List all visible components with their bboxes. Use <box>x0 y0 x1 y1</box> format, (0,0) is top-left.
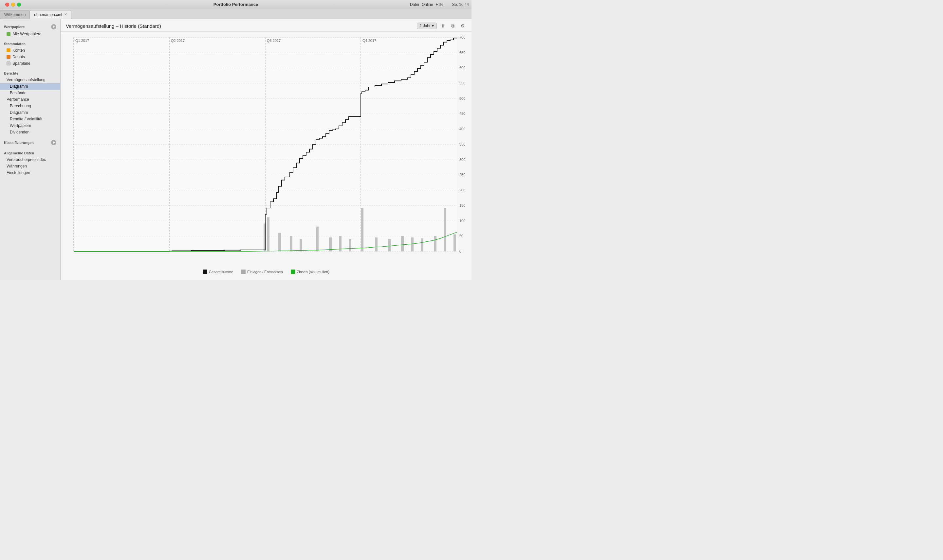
konten-icon <box>6 48 11 52</box>
svg-text:500: 500 <box>459 97 465 100</box>
chart-legend: Gesamtsumme Einlagen / Entnahmen Zinsen … <box>60 267 471 277</box>
svg-text:550: 550 <box>459 81 465 85</box>
chart-controls: 1 Jahr ▾ ⬆ ⧉ ⚙ <box>417 22 466 29</box>
tab-welcome[interactable]: Willkommen <box>0 10 30 18</box>
legend-zinsen-label: Zinsen (akkumuliert) <box>297 270 330 274</box>
svg-text:350: 350 <box>459 143 465 146</box>
svg-rect-55 <box>444 208 446 252</box>
sidebar-item-berechnung[interactable]: Berechnung <box>0 103 60 109</box>
tabbar: Willkommen ohnenamen.xml ✕ <box>0 9 471 19</box>
svg-text:650: 650 <box>459 51 465 55</box>
add-klassifizierungen-button[interactable]: + <box>51 140 56 145</box>
svg-rect-43 <box>299 239 302 252</box>
sidebar-item-bestande[interactable]: Bestände <box>0 90 60 96</box>
svg-rect-49 <box>375 237 378 252</box>
alle-wertpapiere-label: Alle Wertpapiere <box>12 32 42 36</box>
svg-rect-59 <box>291 269 295 274</box>
sidebar-item-wertpapiere-perf[interactable]: Wertpapiere <box>0 122 60 129</box>
svg-rect-41 <box>278 233 281 252</box>
sidebar-item-einstellungen[interactable]: Einstellungen <box>0 169 60 176</box>
einstellungen-label: Einstellungen <box>6 171 30 175</box>
sidebar-item-diagramm[interactable]: Diagramm <box>0 83 60 90</box>
minimize-button[interactable] <box>11 3 15 6</box>
zinsen-swatch <box>291 269 295 274</box>
section-label-allgemeine-daten: Allgemeine Daten <box>4 151 34 155</box>
legend-einlagen: Einlagen / Entnahmen <box>241 269 282 274</box>
period-label: 1 Jahr <box>420 23 431 28</box>
menu-hilfe[interactable]: Hilfe <box>436 2 444 7</box>
app-title: Portfolio Performance <box>213 2 258 7</box>
sidebar-item-alle-wertpapiere[interactable]: Alle Wertpapiere <box>0 31 60 37</box>
perf-diagramm-label: Diagramm <box>10 110 28 115</box>
sidebar-item-vermogensaufstellung[interactable]: Vermögensaufstellung <box>0 77 60 83</box>
svg-text:400: 400 <box>459 127 465 131</box>
section-wertpapiere: Wertpapiere + <box>0 22 60 31</box>
gesamtsumme-swatch <box>203 269 207 274</box>
sidebar-item-rendite[interactable]: Rendite / Volatilität <box>0 116 60 122</box>
sparplane-label: Sparpläne <box>12 61 31 66</box>
section-allgemeine-daten: Allgemeine Daten <box>0 149 60 156</box>
depots-label: Depots <box>12 55 25 59</box>
sidebar-item-perf-diagramm[interactable]: Diagramm <box>0 109 60 116</box>
period-selector[interactable]: 1 Jahr ▾ <box>417 23 437 29</box>
alle-wertpapiere-icon <box>6 32 11 36</box>
verbraucherpreisindex-label: Verbraucherpreisindex <box>6 157 46 162</box>
settings-icon[interactable]: ⚙ <box>459 22 466 29</box>
svg-rect-52 <box>411 237 414 252</box>
tab-label-welcome: Willkommen <box>4 12 26 17</box>
rendite-label: Rendite / Volatilität <box>10 117 42 122</box>
svg-rect-40 <box>267 217 270 251</box>
svg-rect-54 <box>434 236 437 251</box>
wahrungen-label: Währungen <box>6 164 27 168</box>
add-wertpapiere-button[interactable]: + <box>51 24 56 29</box>
sidebar-item-verbraucherpreisindex[interactable]: Verbraucherpreisindex <box>0 156 60 163</box>
sidebar-item-depots[interactable]: Depots <box>0 54 60 60</box>
chart-svg: .grid-line { stroke: #cccccc; stroke-wid… <box>60 34 471 267</box>
diagramm-label: Diagramm <box>10 84 28 89</box>
svg-text:Q4 2017: Q4 2017 <box>363 38 376 43</box>
sidebar-item-dividenden[interactable]: Dividenden <box>0 129 60 135</box>
svg-rect-48 <box>361 208 363 252</box>
svg-rect-50 <box>388 239 390 252</box>
sidebar-item-sparplane[interactable]: Sparpläne <box>0 60 60 67</box>
menu-online[interactable]: Online <box>422 2 433 7</box>
tab-close-icon[interactable]: ✕ <box>64 12 67 17</box>
menu-datei[interactable]: Datei <box>410 2 419 7</box>
sidebar-item-konten[interactable]: Konten <box>0 47 60 54</box>
chart-container: .grid-line { stroke: #cccccc; stroke-wid… <box>60 32 471 280</box>
sidebar-item-performance[interactable]: Performance <box>0 96 60 103</box>
sidebar-item-wahrungen[interactable]: Währungen <box>0 163 60 169</box>
performance-label: Performance <box>6 97 29 102</box>
sparplane-icon <box>6 62 11 65</box>
copy-icon[interactable]: ⧉ <box>449 22 457 29</box>
section-label-berichte: Berichte <box>4 71 19 75</box>
section-label-klassifizierungen: Klassifizierungen <box>4 141 34 145</box>
svg-text:Q1 2017: Q1 2017 <box>75 38 89 43</box>
svg-rect-53 <box>421 238 423 252</box>
export-icon[interactable]: ⬆ <box>440 22 447 29</box>
chevron-down-icon: ▾ <box>432 23 434 28</box>
legend-zinsen: Zinsen (akkumuliert) <box>291 269 330 274</box>
titlebar: Portfolio Performance Datei Online Hilfe… <box>0 0 471 9</box>
maximize-button[interactable] <box>17 3 21 6</box>
close-button[interactable] <box>5 3 9 6</box>
berechnung-label: Berechnung <box>10 104 31 108</box>
tab-file[interactable]: ohnenamen.xml ✕ <box>30 10 71 18</box>
einlagen-swatch <box>241 269 245 274</box>
svg-text:100: 100 <box>459 219 465 223</box>
svg-text:250: 250 <box>459 173 465 177</box>
wertpapiere-perf-label: Wertpapiere <box>10 123 31 128</box>
svg-rect-42 <box>290 236 292 251</box>
tab-label-file: ohnenamen.xml <box>34 12 62 17</box>
svg-text:Q3 2017: Q3 2017 <box>267 38 281 43</box>
konten-label: Konten <box>12 48 25 53</box>
svg-text:300: 300 <box>459 158 465 162</box>
vermogensaufstellung-label: Vermögensaufstellung <box>6 77 46 82</box>
svg-rect-58 <box>241 269 245 274</box>
svg-text:Q2 2017: Q2 2017 <box>171 38 185 43</box>
svg-text:200: 200 <box>459 188 465 192</box>
section-label-wertpapiere: Wertpapiere <box>4 25 25 29</box>
content-area: Vermögensaufstellung – Historie (Standar… <box>60 19 471 280</box>
chart-area: .grid-line { stroke: #cccccc; stroke-wid… <box>60 34 471 267</box>
svg-rect-56 <box>454 234 456 251</box>
